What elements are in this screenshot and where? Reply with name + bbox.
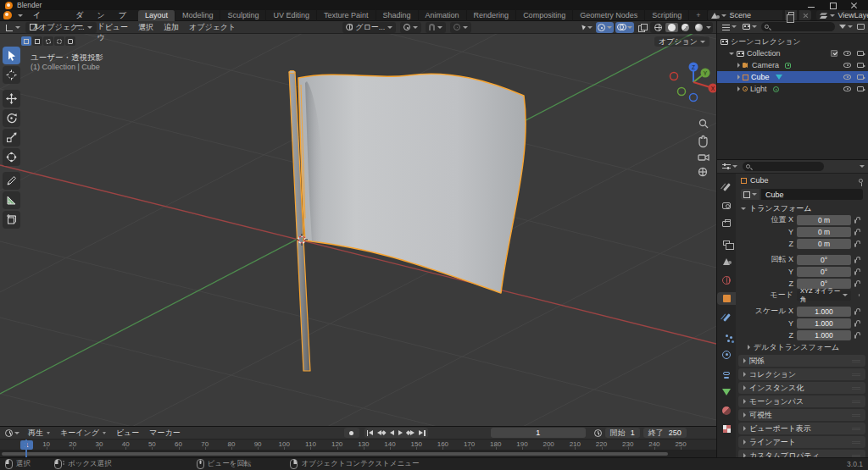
location-y-field[interactable]: 0 m [797, 227, 851, 237]
disable-render-icon[interactable] [857, 75, 864, 80]
timeline-scrollbar[interactable] [2, 452, 668, 456]
transform-section-header[interactable]: トランスフォーム [736, 202, 868, 214]
timeline-menu-item[interactable]: ビュー [111, 428, 144, 439]
transform-orientation-dropdown[interactable]: グロー... [342, 22, 396, 33]
snap-toggle[interactable] [426, 22, 446, 33]
lock-icon[interactable] [854, 219, 856, 224]
options-dropdown[interactable]: オプション [654, 36, 709, 47]
workspace-tab[interactable]: Sculpting [220, 10, 266, 21]
delta-transform-subpanel[interactable]: デルタトランスフォーム [736, 341, 868, 353]
properties-section-header[interactable]: カスタムプロパティ [738, 450, 865, 457]
shading-solid-button[interactable] [665, 23, 678, 32]
tab-scene[interactable] [717, 255, 736, 268]
play-button[interactable] [398, 430, 403, 435]
tab-render[interactable] [717, 199, 736, 212]
tab-tool[interactable] [717, 180, 736, 193]
maximize-button[interactable] [829, 2, 837, 9]
proportional-edit-toggle[interactable] [450, 22, 471, 33]
gizmo-axis-x-neg[interactable] [670, 73, 678, 80]
hide-viewport-icon[interactable] [843, 51, 851, 56]
collection-checkbox[interactable] [831, 50, 837, 57]
outliner-row-light[interactable]: Light [717, 83, 868, 95]
properties-editor-type-button[interactable] [721, 163, 739, 170]
scene-field[interactable]: Scene [708, 10, 782, 20]
rotation-x-field[interactable]: 0° [797, 255, 851, 265]
viewport-menu-item[interactable]: オブジェクト [184, 22, 241, 33]
object-id-dropdown[interactable] [741, 189, 760, 200]
disable-render-icon[interactable] [857, 51, 864, 56]
hide-viewport-icon[interactable] [843, 63, 851, 68]
auto-keying-button[interactable] [344, 428, 359, 438]
outliner-search-input[interactable] [771, 23, 832, 30]
object-name-field[interactable]: Cube [761, 189, 863, 200]
app-menu-button[interactable] [3, 11, 23, 19]
lock-icon[interactable] [854, 311, 856, 315]
rotation-y-field[interactable]: 0° [797, 267, 851, 277]
tool-add-cube[interactable] [3, 211, 20, 229]
pivot-point-dropdown[interactable] [400, 22, 421, 33]
gizmos-toggle[interactable] [596, 22, 614, 33]
outliner-search[interactable] [761, 22, 835, 31]
new-scene-button[interactable] [785, 10, 797, 20]
properties-section-header[interactable]: ビューポート表示 [738, 423, 865, 434]
viewport-menu-item[interactable]: 選択 [133, 22, 159, 33]
prev-keyframe-button[interactable] [377, 430, 386, 435]
play-reverse-button[interactable] [390, 430, 394, 435]
workspace-tab[interactable]: Shading [376, 10, 419, 21]
outliner-display-mode-button[interactable] [741, 24, 759, 30]
workspace-tab[interactable]: Modeling [175, 10, 221, 21]
tab-material[interactable] [717, 404, 736, 417]
scale-x-field[interactable]: 1.000 [797, 307, 851, 317]
workspace-tab[interactable]: + [689, 10, 708, 21]
frame-start-field[interactable]: 開始 1 [605, 428, 640, 438]
expand-icon[interactable] [737, 75, 740, 80]
location-z-field[interactable]: 0 m [797, 239, 851, 249]
workspace-tab[interactable]: Compositing [516, 10, 573, 21]
tab-view-layer[interactable] [717, 236, 736, 249]
properties-section-header[interactable]: コレクション [738, 368, 865, 380]
disable-render-icon[interactable] [857, 63, 864, 68]
workspace-tab[interactable]: Texture Paint [317, 10, 376, 21]
tab-modifiers[interactable] [717, 311, 736, 323]
timeline-menu-item[interactable]: キーイング [55, 428, 111, 439]
playhead-line[interactable] [25, 440, 27, 458]
jump-to-start-button[interactable] [367, 430, 374, 436]
properties-search-input[interactable] [753, 163, 821, 170]
outliner-row-scene-collection[interactable]: シーンコレクション [717, 36, 868, 47]
timeline-menu-item[interactable]: マーカー [144, 428, 185, 439]
current-frame-field[interactable]: 1 [491, 428, 586, 438]
perspective-toggle-button[interactable] [699, 169, 707, 176]
tab-world[interactable] [717, 274, 736, 286]
tab-object-data[interactable] [717, 385, 736, 398]
expand-icon[interactable] [737, 86, 740, 91]
disable-render-icon[interactable] [857, 86, 864, 91]
timeline-ruler[interactable]: 1020304050607080901001101201301401501601… [0, 440, 716, 451]
overlays-toggle[interactable] [615, 22, 634, 33]
workspace-tab[interactable]: UV Editing [266, 10, 317, 21]
outliner-editor-type-button[interactable] [721, 24, 738, 30]
jump-to-end-button[interactable] [419, 430, 426, 436]
expand-icon[interactable] [729, 53, 734, 55]
lock-icon[interactable] [854, 283, 856, 287]
properties-section-header[interactable]: 関係 [738, 355, 865, 367]
viewport-3d[interactable]: Z Y X [0, 34, 716, 426]
workspace-tab[interactable]: Animation [419, 10, 467, 21]
properties-options-icon[interactable] [860, 165, 865, 168]
object-visibility-dropdown[interactable] [581, 22, 594, 33]
properties-section-header[interactable]: ラインアート [738, 436, 865, 448]
rotation-mode-dropdown[interactable]: XYZ オイラー角 [797, 290, 851, 301]
animate-dot-icon[interactable] [859, 294, 860, 296]
workspace-tab[interactable]: Geometry Nodes [573, 10, 645, 21]
tab-particles[interactable] [717, 329, 736, 342]
lock-icon[interactable] [854, 323, 856, 327]
workspace-tab[interactable]: Layout [138, 10, 175, 21]
gizmo-axis-y-neg[interactable] [678, 88, 686, 96]
lock-icon[interactable] [854, 271, 856, 275]
shading-material-button[interactable] [679, 23, 692, 32]
scale-z-field[interactable]: 1.000 [797, 330, 851, 340]
timeline-menu-item[interactable]: 再生 [23, 428, 55, 439]
properties-section-header[interactable]: モーションパス [738, 395, 865, 407]
next-keyframe-button[interactable] [407, 430, 415, 435]
tool-select-box[interactable] [3, 47, 20, 64]
tool-transform[interactable] [3, 148, 20, 166]
